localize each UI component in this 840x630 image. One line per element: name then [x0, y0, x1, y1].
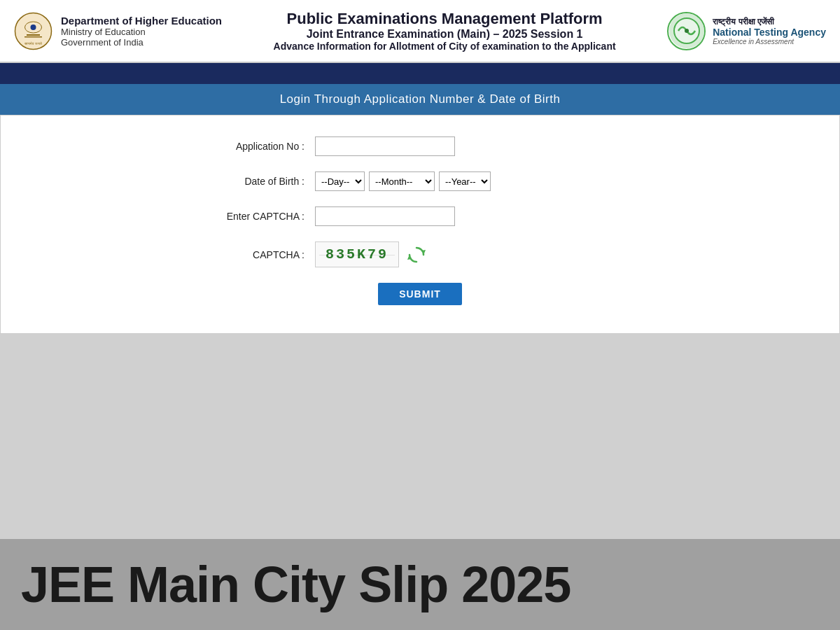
svg-text:सत्यमेव जयते: सत्यमेव जयते: [24, 41, 41, 46]
submit-button[interactable]: SUBMIT: [378, 283, 462, 305]
submit-row: SUBMIT: [189, 283, 651, 305]
captcha-text: 835K79: [326, 246, 388, 262]
header-left-text: Department of Higher Education Ministry …: [61, 15, 222, 48]
captcha-display: 835K79: [315, 241, 427, 267]
nta-tagline: Excellence in Assessment: [713, 38, 826, 46]
bottom-banner: JEE Main City Slip 2025: [0, 539, 840, 630]
captcha-input-label: Enter CAPTCHA :: [189, 211, 315, 222]
dept-ministry: Ministry of Education: [61, 27, 222, 37]
captcha-display-row: CAPTCHA : 835K79: [189, 241, 651, 267]
nta-text: राष्ट्रीय परीक्षा एजेंसी National Testin…: [713, 17, 826, 46]
nta-logo-icon: [669, 13, 704, 48]
dept-title: Department of Higher Education: [61, 15, 222, 27]
svg-point-2: [31, 24, 36, 30]
exam-title: Joint Entrance Examination (Main) – 2025…: [236, 28, 653, 41]
platform-title: Public Examinations Management Platform: [236, 10, 653, 28]
header-right: राष्ट्रीय परीक्षा एजेंसी National Testin…: [667, 12, 826, 50]
form-container: Application No : Date of Birth : --Day--…: [0, 115, 840, 334]
captcha-display-label: CAPTCHA :: [189, 249, 315, 260]
bottom-banner-text: JEE Main City Slip 2025: [21, 556, 570, 613]
dob-day-select[interactable]: --Day-- 12345 678910 1112131415 16171819…: [315, 172, 365, 191]
nta-english: National Testing Agency: [713, 27, 826, 38]
header-center: Public Examinations Management Platform …: [222, 10, 667, 52]
dept-govt: Government of India: [61, 37, 222, 48]
captcha-input[interactable]: [315, 206, 455, 226]
govt-emblem-icon: सत्यमेव जयते: [14, 12, 52, 50]
dob-label: Date of Birth :: [189, 176, 315, 187]
dob-row: Date of Birth : --Day-- 12345 678910 111…: [189, 172, 651, 191]
svg-point-7: [685, 29, 689, 33]
header: सत्यमेव जयते Department of Higher Educat…: [0, 0, 840, 63]
captcha-refresh-button[interactable]: [406, 244, 427, 265]
dob-month-select[interactable]: --Month-- JanuaryFebruaryMarchApril MayJ…: [369, 172, 435, 191]
captcha-input-row: Enter CAPTCHA :: [189, 206, 651, 226]
exam-subtitle: Advance Information for Allotment of Cit…: [236, 41, 653, 52]
nta-hindi: राष्ट्रीय परीक्षा एजेंसी: [713, 17, 826, 27]
svg-rect-4: [24, 36, 42, 38]
application-no-input[interactable]: [315, 136, 455, 156]
nta-logo-circle: [667, 12, 706, 50]
login-section-header: Login Through Application Number & Date …: [0, 84, 840, 115]
captcha-image: 835K79: [315, 241, 399, 267]
application-no-label: Application No :: [189, 141, 315, 152]
page-wrapper: सत्यमेव जयते Department of Higher Educat…: [0, 0, 840, 630]
svg-rect-3: [27, 34, 40, 36]
form-inner: Application No : Date of Birth : --Day--…: [175, 136, 665, 305]
header-left: सत्यमेव जयते Department of Higher Educat…: [14, 12, 222, 50]
dob-year-select[interactable]: --Year-- 1990199119921993 19941995199619…: [439, 172, 491, 191]
blue-bar: [0, 63, 840, 84]
dob-selects: --Day-- 12345 678910 1112131415 16171819…: [315, 172, 491, 191]
application-no-row: Application No :: [189, 136, 651, 156]
